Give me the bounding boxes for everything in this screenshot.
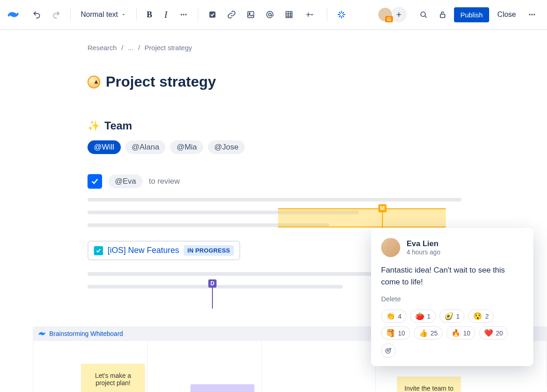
reaction-chip[interactable]: 🔥10 xyxy=(446,326,475,340)
confluence-mini-icon xyxy=(38,330,46,337)
overflow-menu-button[interactable] xyxy=(524,7,540,22)
redo-button[interactable] xyxy=(48,7,64,22)
text-style-label: Normal text xyxy=(81,10,118,19)
issue-title: [iOS] New Features xyxy=(108,246,179,255)
sticky-note[interactable]: Let's make a project plan! xyxy=(81,364,145,392)
mention-eva[interactable]: @Eva xyxy=(108,175,143,188)
svg-point-11 xyxy=(531,14,532,15)
comment-popover: Eva Lien 4 hours ago Fantastic idea! Can… xyxy=(371,228,533,366)
search-button[interactable] xyxy=(416,7,431,22)
breadcrumb-ellipsis[interactable]: ... xyxy=(128,44,134,52)
highlight-selection xyxy=(278,208,446,227)
svg-point-15 xyxy=(388,350,389,351)
svg-point-12 xyxy=(533,14,535,15)
insert-menu-button[interactable] xyxy=(300,7,320,22)
breadcrumb: Research / ... / Project strategy xyxy=(88,44,461,52)
reaction-chip[interactable]: 👍25 xyxy=(414,326,443,340)
comment-body: Fantastic idea! Can't wait to see this c… xyxy=(381,264,523,288)
team-heading: Team xyxy=(104,119,132,132)
comment-author-name: Eva Lien xyxy=(407,239,440,248)
mention-button[interactable] xyxy=(262,7,278,22)
add-reaction-button[interactable] xyxy=(381,343,396,358)
reaction-chip[interactable]: 😯2 xyxy=(468,309,494,323)
compass-emoji-icon[interactable] xyxy=(88,76,100,88)
issue-checkbox-icon xyxy=(94,246,103,255)
comment-author-avatar[interactable] xyxy=(381,238,400,257)
svg-rect-4 xyxy=(248,11,253,17)
image-button[interactable] xyxy=(243,7,258,22)
placeholder-lines: M xyxy=(88,198,461,227)
reaction-chip[interactable]: 🥞10 xyxy=(381,326,410,340)
separator xyxy=(327,8,327,21)
svg-point-0 xyxy=(181,14,182,15)
page-title[interactable]: Project strategy xyxy=(106,73,216,90)
undo-button[interactable] xyxy=(29,7,45,22)
svg-point-5 xyxy=(249,13,250,14)
whiteboard-title: Brainstorming Whiteboard xyxy=(49,330,123,337)
mention-chip[interactable]: @Mia xyxy=(170,140,203,154)
svg-point-14 xyxy=(387,350,387,351)
reaction-chip[interactable]: 🍅1 xyxy=(410,309,436,323)
comment-timestamp: 4 hours ago xyxy=(407,248,440,256)
status-lozenge: IN PROGRESS xyxy=(184,245,234,256)
svg-rect-7 xyxy=(286,11,292,17)
add-collaborator-button[interactable] xyxy=(391,7,407,22)
task-checkbox[interactable] xyxy=(88,174,102,189)
separator xyxy=(136,8,137,21)
mention-list: @Will@Alana@Mia@Jose xyxy=(88,140,461,154)
separator xyxy=(70,8,71,21)
publish-button[interactable]: Publish xyxy=(454,7,489,22)
sticky-note[interactable]: Invite the team to a group call xyxy=(397,377,461,392)
editor-toolbar: Normal text B I G Publish Close xyxy=(0,0,547,30)
breadcrumb-root[interactable]: Research xyxy=(88,44,117,52)
close-button[interactable]: Close xyxy=(493,8,521,21)
breadcrumb-current: Project strategy xyxy=(144,44,192,52)
italic-button[interactable]: I xyxy=(160,10,172,20)
svg-point-2 xyxy=(185,14,186,15)
svg-point-6 xyxy=(268,13,271,16)
svg-point-13 xyxy=(386,349,391,354)
mention-chip[interactable]: @Jose xyxy=(208,140,245,154)
reaction-chip[interactable]: 🥑1 xyxy=(439,309,465,323)
table-button[interactable] xyxy=(281,7,297,22)
mention-chip[interactable]: @Alana xyxy=(125,140,166,154)
avatar-badge: G xyxy=(385,16,393,22)
svg-point-10 xyxy=(529,14,530,15)
comment-delete-button[interactable]: Delete xyxy=(381,295,401,303)
reaction-chip[interactable]: 👏4 xyxy=(381,309,407,323)
bold-button[interactable]: B xyxy=(143,10,156,20)
ai-button[interactable] xyxy=(334,7,349,22)
jira-issue-chip[interactable]: [iOS] New Features IN PROGRESS xyxy=(88,241,240,260)
more-formatting-button[interactable] xyxy=(176,7,191,22)
user-avatar[interactable]: G xyxy=(377,7,393,22)
svg-point-8 xyxy=(421,12,425,16)
restrictions-button[interactable] xyxy=(435,7,450,22)
chevron-down-icon xyxy=(121,12,126,17)
svg-rect-9 xyxy=(440,14,445,17)
separator xyxy=(198,8,198,21)
svg-point-1 xyxy=(183,14,184,15)
link-button[interactable] xyxy=(224,7,239,22)
reaction-chip[interactable]: ❤️20 xyxy=(479,326,508,340)
confluence-logo-icon xyxy=(7,9,19,21)
presence-avatars: G xyxy=(377,7,407,22)
mention-chip[interactable]: @Will xyxy=(88,140,121,154)
comment-marker-d[interactable]: D xyxy=(208,279,217,288)
sparkles-emoji-icon: ✨ xyxy=(88,120,100,132)
task-note: to review xyxy=(149,177,180,186)
sticky-note[interactable]: Make sure to share with sales before the… xyxy=(191,384,254,392)
text-style-select[interactable]: Normal text xyxy=(77,10,130,19)
action-item-button[interactable] xyxy=(205,7,220,22)
reaction-list: 👏4🍅1🥑1😯2🥞10👍25🔥10❤️20 xyxy=(381,309,523,358)
comment-marker-m[interactable]: M xyxy=(378,204,387,212)
